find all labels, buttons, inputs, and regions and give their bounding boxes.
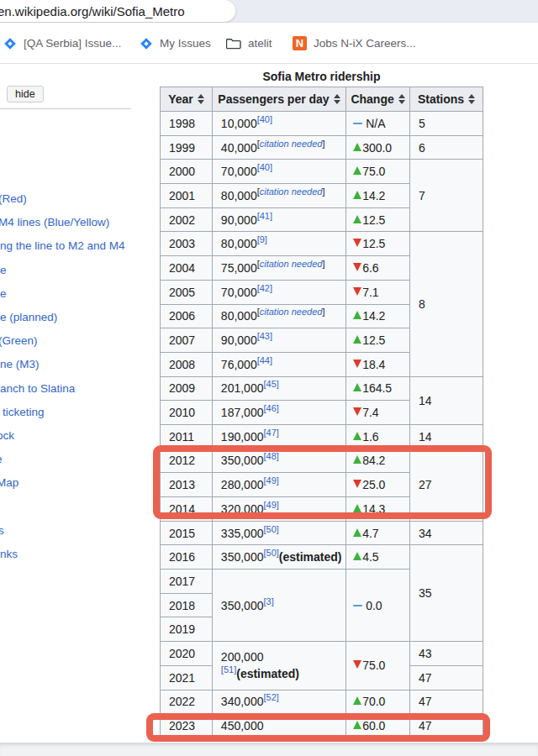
ref-link[interactable]: [52]: [263, 693, 278, 703]
column-header-stations[interactable]: Stations: [410, 87, 483, 112]
ref-link[interactable]: [51]: [221, 665, 236, 675]
ref-link[interactable]: [50]: [263, 549, 278, 559]
table-row: 2009201,000[45]164.514: [161, 376, 483, 401]
sort-icon: [398, 94, 405, 104]
stations-cell: 43: [410, 642, 483, 666]
ref-link[interactable]: [45]: [263, 380, 278, 390]
passengers-value: 450,000: [221, 719, 264, 732]
change-cell: 4.7: [346, 521, 410, 545]
ref-link[interactable]: [9]: [257, 235, 267, 245]
estimated-label: (estimated): [236, 667, 299, 680]
year-cell: 2015: [161, 521, 213, 545]
sidebar-link[interactable]: ng the line to M2 and M4: [0, 239, 125, 252]
ref-link[interactable]: [40]: [257, 163, 272, 173]
sidebar-link[interactable]: e: [0, 287, 7, 300]
bookmark-item[interactable]: atelit: [226, 23, 272, 64]
ref-link[interactable]: [42]: [257, 283, 272, 293]
change-value: 12.5: [362, 213, 385, 227]
passengers-cell: 70,000[42]: [212, 280, 345, 304]
url-text: en.wikipedia.org/wiki/Sofia_Metro: [0, 4, 185, 18]
increase-arrow-icon: [353, 504, 361, 512]
bookmark-item[interactable]: [QA Serbia] Issue...: [3, 23, 121, 64]
column-header-change[interactable]: Change: [346, 87, 410, 112]
passengers-cell: 75,000[citation needed]: [212, 256, 345, 281]
ref-link[interactable]: [40]: [257, 114, 272, 124]
passengers-value: 340,000: [221, 695, 264, 708]
year-cell: 2013: [161, 473, 213, 497]
sidebar-link[interactable]: Map: [0, 476, 18, 489]
bookmark-item[interactable]: NJobs N-iX Careers...: [293, 23, 416, 64]
sidebar-link[interactable]: ine (M3): [0, 358, 40, 370]
stations-cell: 8: [410, 232, 483, 376]
citation-needed-link[interactable]: [citation needed]: [257, 186, 325, 197]
ref-link[interactable]: [48]: [263, 452, 278, 462]
change-cell: 75.0: [346, 160, 410, 184]
passengers-cell: 335,000[50]: [212, 521, 345, 545]
table-row: 200070,000[40]75.07: [161, 160, 483, 184]
sidebar-link[interactable]: e: [0, 264, 7, 276]
ref-link[interactable]: [49]: [263, 500, 278, 510]
year-cell: 2004: [161, 256, 213, 281]
passengers-cell: 190,000[47]: [212, 424, 345, 449]
change-cell: 14.2: [346, 304, 410, 328]
sidebar-link[interactable]: (Red): [0, 192, 27, 205]
sidebar-link[interactable]: ock: [0, 429, 14, 442]
passengers-cell: 70,000[40]: [212, 160, 345, 184]
passengers-cell: 40,000[citation needed]: [212, 135, 345, 160]
bookmark-item[interactable]: My Issues: [140, 23, 211, 64]
passengers-cell: 200,000[51](estimated): [212, 642, 345, 690]
ref-link[interactable]: [49]: [263, 476, 278, 486]
increase-arrow-icon: [353, 528, 361, 537]
sidebar-link[interactable]: nks: [0, 548, 18, 560]
passengers-value: 90,000: [221, 213, 257, 227]
stations-cell: 6: [410, 135, 483, 160]
change-value: 14.2: [362, 309, 385, 323]
change-value: 7.4: [362, 406, 378, 419]
passengers-cell: 90,000[43]: [212, 328, 345, 353]
browser-toolbar: en.wikipedia.org/wiki/Sofia_Metro: [0, 0, 538, 23]
sidebar-link[interactable]: s: [0, 524, 4, 537]
year-cell: 2021: [161, 665, 213, 690]
sidebar-link[interactable]: (Green): [0, 334, 38, 347]
ref-link[interactable]: [46]: [263, 403, 278, 413]
year-cell: 1999: [161, 135, 213, 160]
passengers-value: 80,000: [221, 237, 257, 250]
change-value: 4.5: [362, 550, 378, 564]
ref-link[interactable]: [43]: [257, 331, 272, 341]
sidebar-link[interactable]: e (planned): [0, 311, 57, 323]
sidebar-link[interactable]: anch to Slatina: [0, 382, 75, 395]
citation-needed-link[interactable]: [citation needed]: [257, 259, 325, 269]
decrease-arrow-icon: [353, 480, 361, 488]
increase-arrow-icon: [353, 696, 361, 705]
column-header-year[interactable]: Year: [161, 87, 213, 112]
ref-link[interactable]: [3]: [263, 596, 273, 606]
change-cell: 18.4: [346, 352, 410, 376]
change-cell: 75.0: [346, 642, 410, 690]
sidebar-link[interactable]: ticketing: [3, 406, 45, 418]
ref-link[interactable]: [41]: [257, 211, 272, 221]
passengers-value: 90,000: [221, 333, 257, 347]
passengers-value: 320,000: [221, 502, 264, 516]
column-header-passengers[interactable]: Passengers per day: [212, 87, 345, 112]
change-value: 12.5: [362, 237, 385, 250]
stations-cell: 47: [410, 690, 483, 714]
passengers-value: 40,000: [221, 141, 257, 155]
url-bar[interactable]: en.wikipedia.org/wiki/Sofia_Metro: [0, 0, 235, 22]
passengers-value: 187,000: [221, 406, 264, 419]
change-cell: 6.6: [346, 256, 410, 281]
ref-link[interactable]: [44]: [257, 355, 272, 365]
ref-link[interactable]: [50]: [263, 524, 278, 534]
stations-cell: 14: [410, 424, 483, 449]
citation-needed-link[interactable]: [citation needed]: [257, 307, 325, 318]
sidebar-link[interactable]: e: [0, 453, 3, 465]
hide-button[interactable]: hide: [7, 86, 44, 102]
stations-cell: 47: [410, 714, 483, 738]
year-cell: 1998: [161, 112, 213, 136]
sidebar-link[interactable]: M4 lines (Blue/Yellow): [0, 216, 109, 228]
change-value: N/A: [366, 117, 385, 130]
citation-needed-link[interactable]: [citation needed]: [257, 139, 325, 149]
table-header-row: Year Passengers per day Change Stations: [161, 87, 483, 112]
passengers-value: 70,000: [221, 286, 257, 299]
ref-link[interactable]: [47]: [263, 428, 278, 438]
table-row: 2015335,000[50]4.734: [161, 521, 483, 545]
